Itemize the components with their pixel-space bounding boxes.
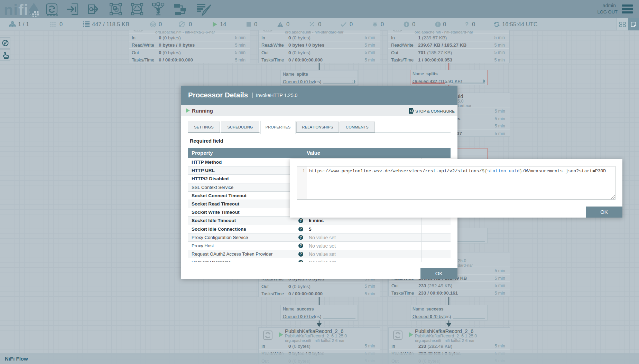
svg-text:ni: ni — [4, 1, 18, 17]
svg-text:fi: fi — [18, 1, 28, 17]
